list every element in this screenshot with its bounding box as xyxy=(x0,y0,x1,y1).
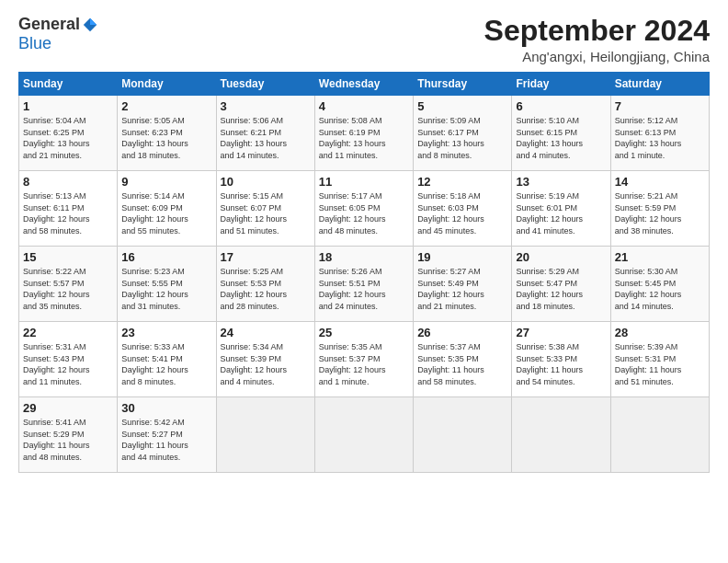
calendar-cell: 7Sunrise: 5:12 AM Sunset: 6:13 PM Daylig… xyxy=(610,96,709,171)
calendar-cell: 30Sunrise: 5:42 AM Sunset: 5:27 PM Dayli… xyxy=(118,397,216,473)
calendar-cell: 20Sunrise: 5:29 AM Sunset: 5:47 PM Dayli… xyxy=(512,247,610,322)
day-number: 9 xyxy=(121,175,211,189)
day-info: Sunrise: 5:27 AM Sunset: 5:49 PM Dayligh… xyxy=(417,266,507,312)
day-info: Sunrise: 5:08 AM Sunset: 6:19 PM Dayligh… xyxy=(319,115,409,161)
day-info: Sunrise: 5:06 AM Sunset: 6:21 PM Dayligh… xyxy=(221,115,311,161)
day-info: Sunrise: 5:30 AM Sunset: 5:45 PM Dayligh… xyxy=(615,266,705,312)
day-number: 25 xyxy=(319,326,409,339)
day-number: 26 xyxy=(417,326,507,339)
day-info: Sunrise: 5:38 AM Sunset: 5:33 PM Dayligh… xyxy=(516,341,606,387)
calendar-cell: 17Sunrise: 5:25 AM Sunset: 5:53 PM Dayli… xyxy=(216,247,314,322)
day-info: Sunrise: 5:13 AM Sunset: 6:11 PM Dayligh… xyxy=(23,190,113,236)
calendar-cell: 14Sunrise: 5:21 AM Sunset: 5:59 PM Dayli… xyxy=(610,171,709,247)
month-title: September 2024 xyxy=(484,15,710,47)
day-info: Sunrise: 5:34 AM Sunset: 5:39 PM Dayligh… xyxy=(221,341,311,387)
calendar-cell: 9Sunrise: 5:14 AM Sunset: 6:09 PM Daylig… xyxy=(118,171,216,247)
day-info: Sunrise: 5:12 AM Sunset: 6:13 PM Dayligh… xyxy=(615,115,705,161)
calendar-cell: 21Sunrise: 5:30 AM Sunset: 5:45 PM Dayli… xyxy=(610,247,709,322)
weekday-header-saturday: Saturday xyxy=(610,73,709,96)
day-info: Sunrise: 5:10 AM Sunset: 6:15 PM Dayligh… xyxy=(516,115,606,161)
day-info: Sunrise: 5:22 AM Sunset: 5:57 PM Dayligh… xyxy=(23,266,113,312)
day-number: 10 xyxy=(221,175,311,189)
calendar-cell: 8Sunrise: 5:13 AM Sunset: 6:11 PM Daylig… xyxy=(19,171,118,247)
day-info: Sunrise: 5:37 AM Sunset: 5:35 PM Dayligh… xyxy=(417,341,507,387)
day-number: 30 xyxy=(121,401,211,415)
calendar-cell: 27Sunrise: 5:38 AM Sunset: 5:33 PM Dayli… xyxy=(512,322,610,397)
calendar-cell: 24Sunrise: 5:34 AM Sunset: 5:39 PM Dayli… xyxy=(216,322,314,397)
calendar-cell xyxy=(314,397,413,473)
day-number: 18 xyxy=(319,250,409,264)
calendar-cell: 2Sunrise: 5:05 AM Sunset: 6:23 PM Daylig… xyxy=(118,96,216,171)
day-number: 22 xyxy=(23,326,113,339)
day-info: Sunrise: 5:41 AM Sunset: 5:29 PM Dayligh… xyxy=(23,417,113,463)
day-info: Sunrise: 5:04 AM Sunset: 6:25 PM Dayligh… xyxy=(23,115,113,161)
calendar-cell: 6Sunrise: 5:10 AM Sunset: 6:15 PM Daylig… xyxy=(512,96,610,171)
day-number: 11 xyxy=(319,175,409,189)
calendar-week-row: 8Sunrise: 5:13 AM Sunset: 6:11 PM Daylig… xyxy=(19,171,710,247)
day-number: 17 xyxy=(221,250,311,264)
page: General Blue September 2024 Ang'angxi, H… xyxy=(0,0,728,563)
location: Ang'angxi, Heilongjiang, China xyxy=(484,49,710,64)
day-number: 3 xyxy=(221,99,311,113)
day-info: Sunrise: 5:05 AM Sunset: 6:23 PM Dayligh… xyxy=(121,115,211,161)
calendar-cell: 15Sunrise: 5:22 AM Sunset: 5:57 PM Dayli… xyxy=(19,247,118,322)
calendar-week-row: 1Sunrise: 5:04 AM Sunset: 6:25 PM Daylig… xyxy=(19,96,710,171)
day-number: 29 xyxy=(23,401,113,415)
day-info: Sunrise: 5:29 AM Sunset: 5:47 PM Dayligh… xyxy=(516,266,606,312)
logo: General Blue xyxy=(18,15,98,53)
calendar-cell: 29Sunrise: 5:41 AM Sunset: 5:29 PM Dayli… xyxy=(19,397,118,473)
day-info: Sunrise: 5:33 AM Sunset: 5:41 PM Dayligh… xyxy=(121,341,211,387)
day-number: 14 xyxy=(615,175,705,189)
calendar: SundayMondayTuesdayWednesdayThursdayFrid… xyxy=(18,72,710,473)
calendar-cell xyxy=(414,397,512,473)
calendar-week-row: 15Sunrise: 5:22 AM Sunset: 5:57 PM Dayli… xyxy=(19,247,710,322)
day-number: 6 xyxy=(516,99,606,113)
day-info: Sunrise: 5:23 AM Sunset: 5:55 PM Dayligh… xyxy=(121,266,211,312)
weekday-header-thursday: Thursday xyxy=(414,73,512,96)
logo-general-text: General xyxy=(18,15,80,34)
calendar-week-row: 22Sunrise: 5:31 AM Sunset: 5:43 PM Dayli… xyxy=(19,322,710,397)
calendar-cell: 5Sunrise: 5:09 AM Sunset: 6:17 PM Daylig… xyxy=(414,96,512,171)
day-number: 7 xyxy=(615,99,705,113)
day-number: 27 xyxy=(516,326,606,339)
day-number: 5 xyxy=(417,99,507,113)
day-number: 23 xyxy=(121,326,211,339)
day-info: Sunrise: 5:09 AM Sunset: 6:17 PM Dayligh… xyxy=(417,115,507,161)
svg-marker-1 xyxy=(90,17,97,24)
calendar-cell: 18Sunrise: 5:26 AM Sunset: 5:51 PM Dayli… xyxy=(314,247,413,322)
calendar-cell: 12Sunrise: 5:18 AM Sunset: 6:03 PM Dayli… xyxy=(414,171,512,247)
day-number: 16 xyxy=(121,250,211,264)
day-info: Sunrise: 5:17 AM Sunset: 6:05 PM Dayligh… xyxy=(319,190,409,236)
day-info: Sunrise: 5:42 AM Sunset: 5:27 PM Dayligh… xyxy=(121,417,211,463)
day-info: Sunrise: 5:39 AM Sunset: 5:31 PM Dayligh… xyxy=(615,341,705,387)
calendar-cell: 28Sunrise: 5:39 AM Sunset: 5:31 PM Dayli… xyxy=(610,322,709,397)
calendar-cell xyxy=(216,397,314,473)
day-number: 1 xyxy=(23,99,113,113)
weekday-header-monday: Monday xyxy=(118,73,216,96)
day-number: 8 xyxy=(23,175,113,189)
day-info: Sunrise: 5:21 AM Sunset: 5:59 PM Dayligh… xyxy=(615,190,705,236)
weekday-header-row: SundayMondayTuesdayWednesdayThursdayFrid… xyxy=(19,73,710,96)
weekday-header-sunday: Sunday xyxy=(19,73,118,96)
calendar-cell: 22Sunrise: 5:31 AM Sunset: 5:43 PM Dayli… xyxy=(19,322,118,397)
calendar-cell xyxy=(610,397,709,473)
day-info: Sunrise: 5:35 AM Sunset: 5:37 PM Dayligh… xyxy=(319,341,409,387)
title-block: September 2024 Ang'angxi, Heilongjiang, … xyxy=(484,15,710,64)
day-number: 28 xyxy=(615,326,705,339)
calendar-cell: 19Sunrise: 5:27 AM Sunset: 5:49 PM Dayli… xyxy=(414,247,512,322)
calendar-cell: 1Sunrise: 5:04 AM Sunset: 6:25 PM Daylig… xyxy=(19,96,118,171)
day-info: Sunrise: 5:15 AM Sunset: 6:07 PM Dayligh… xyxy=(221,190,311,236)
day-number: 4 xyxy=(319,99,409,113)
day-number: 12 xyxy=(417,175,507,189)
calendar-cell xyxy=(512,397,610,473)
day-info: Sunrise: 5:18 AM Sunset: 6:03 PM Dayligh… xyxy=(417,190,507,236)
calendar-cell: 23Sunrise: 5:33 AM Sunset: 5:41 PM Dayli… xyxy=(118,322,216,397)
calendar-cell: 16Sunrise: 5:23 AM Sunset: 5:55 PM Dayli… xyxy=(118,247,216,322)
day-info: Sunrise: 5:14 AM Sunset: 6:09 PM Dayligh… xyxy=(121,190,211,236)
day-number: 19 xyxy=(417,250,507,264)
day-info: Sunrise: 5:25 AM Sunset: 5:53 PM Dayligh… xyxy=(221,266,311,312)
calendar-cell: 4Sunrise: 5:08 AM Sunset: 6:19 PM Daylig… xyxy=(314,96,413,171)
day-number: 15 xyxy=(23,250,113,264)
day-number: 13 xyxy=(516,175,606,189)
day-number: 24 xyxy=(221,326,311,339)
